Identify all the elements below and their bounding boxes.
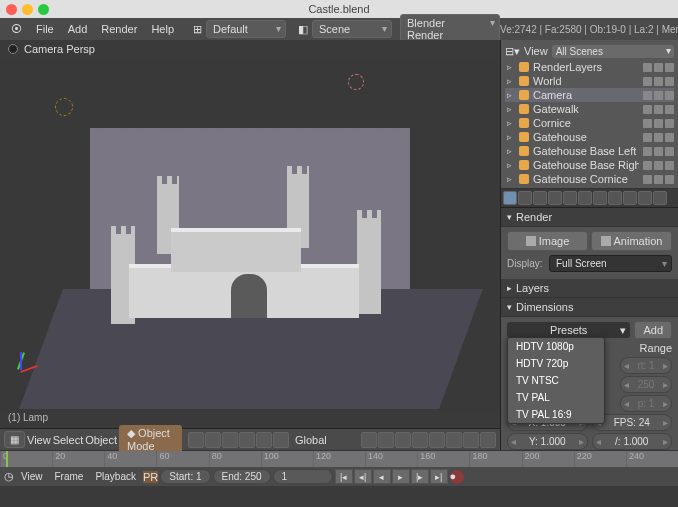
- preset-option[interactable]: TV NTSC: [508, 372, 604, 389]
- fps-base-field[interactable]: /: 1.000: [592, 433, 673, 450]
- editor-type-icon[interactable]: ◷: [4, 470, 14, 483]
- tab-material[interactable]: [608, 191, 622, 205]
- minimize-window-button[interactable]: [22, 4, 33, 15]
- menu-view[interactable]: View: [16, 470, 48, 483]
- outliner[interactable]: ⊟▾ View All Scenes ▹RenderLayers▹World▹C…: [501, 40, 678, 189]
- selectable-icon[interactable]: [654, 91, 663, 100]
- tab-world[interactable]: [533, 191, 547, 205]
- frame-end-field[interactable]: 250: [620, 376, 672, 393]
- visibility-icon[interactable]: [643, 77, 652, 86]
- tab-scene[interactable]: [518, 191, 532, 205]
- panel-dimensions-header[interactable]: ▾Dimensions: [501, 298, 678, 317]
- tab-object[interactable]: [548, 191, 562, 205]
- play-reverse-button[interactable]: ◂: [373, 469, 391, 484]
- transform-rotate-icon[interactable]: [256, 432, 272, 448]
- tab-particles[interactable]: [638, 191, 652, 205]
- close-window-button[interactable]: [6, 4, 17, 15]
- visibility-icon[interactable]: [643, 63, 652, 72]
- keyframe-next-button[interactable]: |▸: [411, 469, 429, 484]
- visibility-icon[interactable]: [643, 161, 652, 170]
- visibility-icon[interactable]: [643, 133, 652, 142]
- add-preset-button[interactable]: Add: [634, 321, 672, 339]
- disclosure-triangle-icon[interactable]: ▹: [507, 174, 515, 184]
- disclosure-triangle-icon[interactable]: ▹: [507, 132, 515, 142]
- selectable-icon[interactable]: [654, 161, 663, 170]
- menu-frame[interactable]: Frame: [50, 470, 89, 483]
- visibility-icon[interactable]: [643, 147, 652, 156]
- visibility-icon[interactable]: [643, 175, 652, 184]
- aspect-y-field[interactable]: Y: 1.000: [507, 433, 588, 450]
- jump-end-button[interactable]: ▸|: [430, 469, 448, 484]
- disclosure-triangle-icon[interactable]: ▹: [507, 90, 515, 100]
- scene-select[interactable]: Scene: [312, 20, 392, 38]
- panel-render-header[interactable]: ▾Render: [501, 208, 678, 227]
- menu-file[interactable]: File: [29, 20, 61, 38]
- zoom-window-button[interactable]: [38, 4, 49, 15]
- timeline-track[interactable]: 020406080100120140160180200220240: [0, 451, 678, 467]
- tab-data[interactable]: [593, 191, 607, 205]
- current-frame-indicator[interactable]: [6, 451, 8, 467]
- layer-button[interactable]: [395, 432, 411, 448]
- layer-button[interactable]: [412, 432, 428, 448]
- outliner-item[interactable]: ▹Cornice: [505, 116, 674, 130]
- outliner-item[interactable]: ▹Gatehouse: [505, 130, 674, 144]
- outliner-item[interactable]: ▹Gatehouse Cornice: [505, 172, 674, 186]
- menu-select[interactable]: Select: [53, 434, 84, 446]
- disclosure-triangle-icon[interactable]: ▹: [507, 146, 515, 156]
- render-animation-button[interactable]: Animation: [591, 231, 672, 251]
- selectable-icon[interactable]: [654, 175, 663, 184]
- menu-object[interactable]: Object: [85, 434, 117, 446]
- preset-option[interactable]: TV PAL 16:9: [508, 406, 604, 423]
- manipulator-icon[interactable]: [222, 432, 238, 448]
- visibility-icon[interactable]: [643, 119, 652, 128]
- 3d-viewport[interactable]: Camera Persp (1) Lamp: [0, 40, 500, 450]
- selectable-icon[interactable]: [654, 133, 663, 142]
- selectable-icon[interactable]: [654, 119, 663, 128]
- preset-option[interactable]: TV PAL: [508, 389, 604, 406]
- outliner-item[interactable]: ▹World: [505, 74, 674, 88]
- selectable-icon[interactable]: [654, 147, 663, 156]
- render-icon[interactable]: [665, 119, 674, 128]
- tab-physics[interactable]: [653, 191, 667, 205]
- visibility-icon[interactable]: [643, 91, 652, 100]
- disclosure-triangle-icon[interactable]: ▹: [507, 104, 515, 114]
- layer-button[interactable]: [429, 432, 445, 448]
- menu-render[interactable]: Render: [94, 20, 144, 38]
- outliner-view-menu[interactable]: View: [524, 45, 548, 57]
- disclosure-triangle-icon[interactable]: ▹: [507, 160, 515, 170]
- tab-modifiers[interactable]: [578, 191, 592, 205]
- outliner-display-mode[interactable]: All Scenes: [552, 45, 674, 58]
- end-frame-field[interactable]: End: 250: [213, 469, 271, 484]
- transform-scale-icon[interactable]: [273, 432, 289, 448]
- scene-icon[interactable]: ◧: [294, 23, 312, 36]
- render-icon[interactable]: [665, 133, 674, 142]
- outliner-item[interactable]: ▹Gatehouse Base Right: [505, 158, 674, 172]
- tab-constraints[interactable]: [563, 191, 577, 205]
- menu-playback[interactable]: Playback: [90, 470, 141, 483]
- autokey-icon[interactable]: ●: [450, 470, 464, 484]
- play-button[interactable]: ▸: [392, 469, 410, 484]
- current-frame-field[interactable]: 1: [273, 469, 333, 484]
- preset-option[interactable]: HDTV 1080p: [508, 338, 604, 355]
- start-frame-field[interactable]: Start: 1: [160, 469, 210, 484]
- layer-button[interactable]: [463, 432, 479, 448]
- record-icon[interactable]: [8, 44, 18, 54]
- layer-button[interactable]: [480, 432, 496, 448]
- disclosure-triangle-icon[interactable]: ▹: [507, 76, 515, 86]
- render-icon[interactable]: [665, 161, 674, 170]
- render-icon[interactable]: [665, 77, 674, 86]
- outliner-item[interactable]: ▹Gatewalk: [505, 102, 674, 116]
- render-image-button[interactable]: Image: [507, 231, 588, 251]
- panel-layers-header[interactable]: ▸Layers: [501, 279, 678, 298]
- mode-select[interactable]: ◆ Object Mode: [119, 425, 182, 454]
- outliner-item[interactable]: ▹RenderLayers: [505, 60, 674, 74]
- screen-layout-select[interactable]: Default: [206, 20, 286, 38]
- presets-dropdown[interactable]: HDTV 1080pHDTV 720pTV NTSCTV PALTV PAL 1…: [507, 337, 605, 424]
- menu-help[interactable]: Help: [144, 20, 181, 38]
- selectable-icon[interactable]: [654, 63, 663, 72]
- menu-view[interactable]: View: [27, 434, 51, 446]
- blender-icon[interactable]: ⦿: [4, 20, 29, 38]
- orientation-select[interactable]: Global: [295, 434, 355, 446]
- editor-type-icon[interactable]: ▦: [4, 431, 25, 448]
- sync-mode-icon[interactable]: PR: [143, 471, 158, 483]
